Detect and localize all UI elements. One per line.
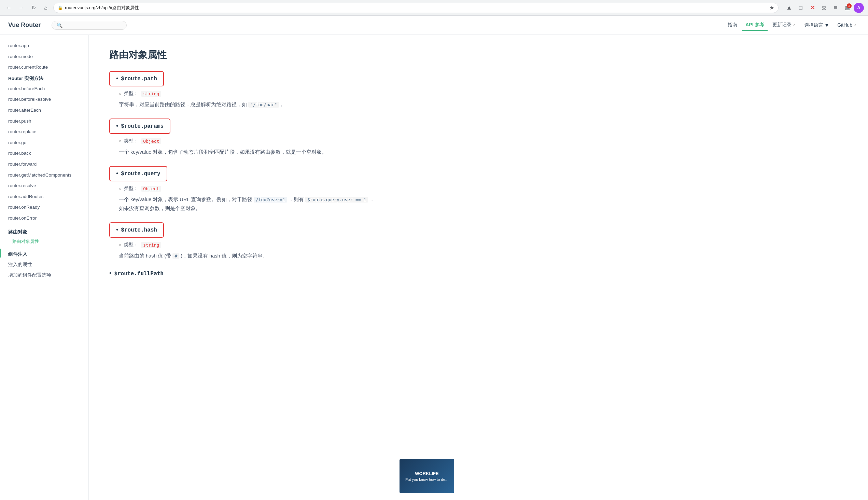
menu-button[interactable]: ≡ (831, 3, 841, 13)
right-panel: WORKLIFE Put you know how to de... (396, 35, 458, 500)
prop-name-hash: $route.hash (121, 227, 157, 233)
description-query: 一个 key/value 对象，表示 URL 查询参数。例如，对于路径 /foo… (119, 195, 376, 213)
type-bullet-params: ○ (119, 139, 121, 144)
route-prop-full-path: • $route.fullPath (109, 270, 376, 281)
site-logo: Vue Router (8, 22, 41, 29)
home-button[interactable]: ⌂ (41, 3, 50, 13)
sidebar-item-router-get-matched[interactable]: router.getMatchedComponents (0, 170, 89, 181)
search-icon: 🔍 (57, 23, 62, 28)
nav-api[interactable]: API 参考 (742, 20, 768, 31)
ad-text: Put you know how to de... (405, 477, 448, 481)
sidebar-item-router-mode[interactable]: router.mode (0, 51, 89, 62)
type-value-path: string (141, 91, 161, 96)
code-query-user: $route.query.user == 1 (305, 197, 368, 203)
ad-box: WORKLIFE Put you know how to de... (400, 459, 454, 493)
prop-name-query: $route.query (121, 171, 160, 177)
type-value-hash: string (141, 242, 161, 248)
type-bullet: ○ (119, 91, 121, 96)
sidebar-item-component-config[interactable]: 增加的组件配置选项 (0, 270, 89, 281)
sidebar-section-router-methods: Router 实例方法 (0, 73, 89, 83)
header-nav: 指南 API 参考 更新记录 选择语言 ▼ GitHub (724, 20, 860, 31)
sidebar-item-router-push[interactable]: router.push (0, 116, 89, 127)
nav-language[interactable]: 选择语言 ▼ (801, 20, 833, 31)
url-text: router.vuejs.org/zh/api/#路由对象属性 (65, 5, 767, 11)
type-label: 类型： (124, 91, 138, 96)
nav-changelog[interactable]: 更新记录 (769, 20, 799, 31)
type-row-query: ○ 类型： Object (119, 185, 376, 192)
notification-badge: 2 (847, 3, 852, 8)
sidebar-item-router-back[interactable]: router.back (0, 148, 89, 159)
prop-name-params: $route.params (121, 123, 163, 129)
route-prop-path: • $route.path ○ 类型： string 字符串，对应当前路由的路径… (109, 71, 376, 109)
sidebar-item-router-resolve[interactable]: router.resolve (0, 180, 89, 191)
route-prop-query-box: • $route.query (109, 166, 167, 181)
sidebar: router.app router.mode router.currentRou… (0, 35, 89, 500)
forward-button[interactable]: → (16, 3, 26, 13)
type-label-query: 类型： (124, 185, 138, 192)
puzzle-button[interactable]: ⚖ (819, 3, 829, 13)
nav-guide[interactable]: 指南 (724, 20, 741, 31)
code-foo-query: /foo?user=1 (254, 197, 287, 203)
description-params: 一个 key/value 对象，包含了动态片段和全匹配片段，如果没有路由参数，就… (119, 148, 376, 156)
sidebar-item-router-before-resolve[interactable]: router.beforeResolve (0, 94, 89, 105)
search-box[interactable]: 🔍 (52, 21, 127, 30)
bookmark-button[interactable]: ★ (769, 4, 774, 11)
sidebar-item-router-before-each[interactable]: router.beforeEach (0, 83, 89, 94)
prop-bullet-params: • (116, 123, 118, 130)
main-layout: router.app router.mode router.currentRou… (0, 35, 868, 500)
sidebar-section-route-object: 路由对象 (0, 226, 89, 237)
sidebar-item-router-on-error[interactable]: router.onError (0, 213, 89, 224)
user-avatar[interactable]: A (854, 3, 864, 13)
prop-name-fullpath: $route.fullPath (114, 270, 163, 277)
type-row-params: ○ 类型： Object (119, 138, 376, 144)
ad-logo: WORKLIFE (415, 471, 438, 476)
route-prop-path-box: • $route.path (109, 71, 164, 87)
type-row-path: ○ 类型： string (119, 91, 376, 96)
prop-bullet: • (116, 75, 118, 82)
sidebar-item-router-replace[interactable]: router.replace (0, 126, 89, 137)
search-input[interactable] (65, 23, 120, 28)
nav-github[interactable]: GitHub (834, 20, 860, 31)
sidebar-item-router-on-ready[interactable]: router.onReady (0, 202, 89, 213)
prop-bullet-fullpath: • (109, 270, 111, 277)
sidebar-item-router-current-route[interactable]: router.currentRoute (0, 62, 89, 73)
cast-icon-badge: ▩ 2 (842, 3, 852, 13)
site-header: Vue Router 🔍 指南 API 参考 更新记录 选择语言 ▼ GitHu… (0, 16, 868, 35)
back-button[interactable]: ← (4, 3, 14, 13)
description-path: 字符串，对应当前路由的路径，总是解析为绝对路径，如 "/foo/bar" 。 (119, 100, 376, 109)
sidebar-item-router-add-routes[interactable]: router.addRoutes (0, 191, 89, 202)
type-bullet-query: ○ (119, 186, 121, 191)
page-title: 路由对象属性 (109, 48, 376, 61)
type-row-hash: ○ 类型： string (119, 242, 376, 248)
extension-x-button[interactable]: ✕ (807, 3, 818, 13)
toolbar-icons: ▲ □ ✕ ⚖ ≡ ▩ 2 A (784, 3, 864, 13)
screenshot-button[interactable]: □ (796, 3, 806, 13)
description-hash: 当前路由的 hash 值 (带 # )，如果没有 hash 值，则为空字符串。 (119, 251, 376, 260)
type-label-params: 类型： (124, 138, 138, 144)
route-prop-query: • $route.query ○ 类型： Object 一个 key/value… (109, 166, 376, 213)
browser-chrome: ← → ↻ ⌂ 🔒 router.vuejs.org/zh/api/#路由对象属… (0, 0, 868, 16)
type-bullet-hash: ○ (119, 242, 121, 247)
prop-bullet-query: • (116, 170, 118, 177)
route-prop-full-path-row: • $route.fullPath (109, 270, 163, 277)
sidebar-section-component-injection: 组件注入 (0, 249, 89, 259)
type-value-query: Object (141, 186, 161, 192)
sidebar-item-route-object-props[interactable]: 路由对象属性 (0, 237, 89, 246)
prop-name-path: $route.path (121, 76, 157, 82)
prop-bullet-hash: • (116, 226, 118, 234)
sidebar-item-router-go[interactable]: router.go (0, 137, 89, 148)
cast-button[interactable]: ▲ (784, 3, 794, 13)
type-value-params: Object (141, 138, 161, 144)
code-hash-symbol: # (172, 253, 179, 259)
sidebar-item-router-after-each[interactable]: router.afterEach (0, 105, 89, 116)
route-prop-params-box: • $route.params (109, 118, 170, 134)
sidebar-item-injected-props[interactable]: 注入的属性 (0, 259, 89, 270)
sidebar-item-router-app[interactable]: router.app (0, 40, 89, 51)
route-prop-hash: • $route.hash ○ 类型： string 当前路由的 hash 值 … (109, 222, 376, 260)
chevron-down-icon: ▼ (825, 23, 830, 28)
type-label-hash: 类型： (124, 242, 138, 248)
route-prop-params: • $route.params ○ 类型： Object 一个 key/valu… (109, 118, 376, 156)
sidebar-item-router-forward[interactable]: router.forward (0, 159, 89, 170)
reload-button[interactable]: ↻ (29, 3, 38, 13)
content-area: 路由对象属性 • $route.path ○ 类型： string 字符串，对应… (89, 35, 396, 500)
